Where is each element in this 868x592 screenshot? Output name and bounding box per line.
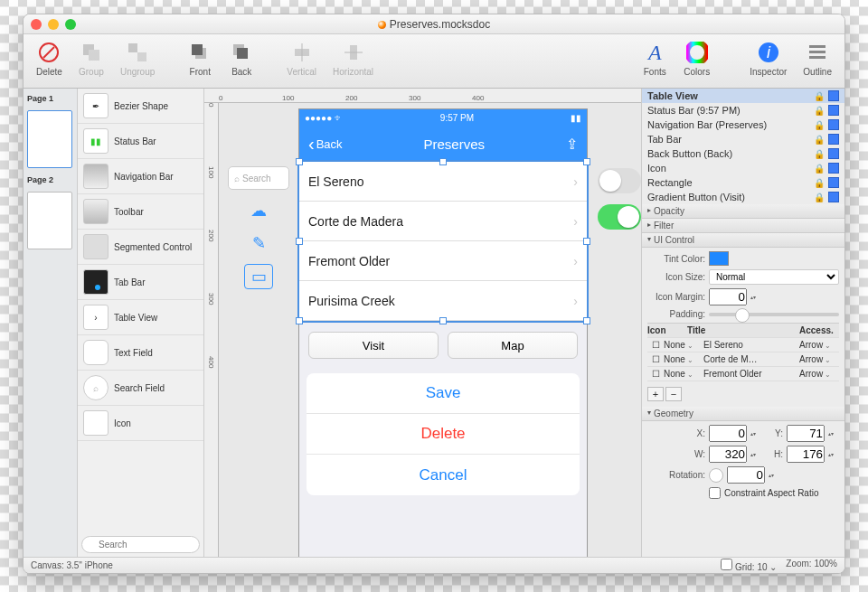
visibility-checkbox[interactable] bbox=[828, 119, 839, 130]
table-row[interactable]: ☐NoneCorte de M…Arrow bbox=[647, 352, 839, 367]
canvas[interactable]: ⌕Search ☁ ✎ ▭ ●●●●● ᯤ 9:57 PM ▮▮ ‹Back P… bbox=[219, 103, 641, 557]
geom-rot-input[interactable] bbox=[727, 466, 765, 484]
outline-item[interactable]: Navigation Bar (Preserves)🔒 bbox=[642, 117, 844, 132]
page-thumb-2[interactable] bbox=[27, 192, 72, 249]
table-row[interactable]: ☐NoneFremont OlderArrow bbox=[647, 367, 839, 381]
add-button[interactable]: + bbox=[647, 387, 664, 401]
palette-item-tabbar[interactable]: Tab Bar bbox=[78, 265, 203, 300]
palette-item-navbar[interactable]: Navigation Bar bbox=[78, 159, 203, 194]
share-icon[interactable]: ⇪ bbox=[566, 136, 578, 153]
svg-rect-5 bbox=[137, 52, 146, 61]
section-opacity[interactable]: Opacity bbox=[642, 204, 844, 219]
map-button[interactable]: Map bbox=[448, 332, 578, 359]
device-mockup[interactable]: ●●●●● ᯤ 9:57 PM ▮▮ ‹Back Preserves ⇪ El … bbox=[298, 108, 588, 557]
palette-item-tableview[interactable]: ›Table View bbox=[78, 300, 203, 335]
fonts-button[interactable]: AFonts bbox=[637, 38, 673, 88]
visibility-checkbox[interactable] bbox=[828, 148, 839, 159]
ungroup-button[interactable]: Ungroup bbox=[115, 38, 160, 88]
section-filter[interactable]: Filter bbox=[642, 219, 844, 233]
section-ui-control[interactable]: UI Control bbox=[642, 233, 844, 248]
mock-table-view[interactable]: El Sereno› Corte de Madera› Fremont Olde… bbox=[299, 162, 587, 321]
stepper[interactable]: ▴▾ bbox=[750, 290, 761, 305]
align-vertical-button[interactable]: Vertical bbox=[281, 38, 322, 88]
stepper[interactable]: ▴▾ bbox=[828, 447, 839, 462]
outline-item[interactable]: Tab Bar🔒 bbox=[642, 132, 844, 146]
outline-item[interactable]: Icon🔒 bbox=[642, 161, 844, 175]
compose-icon[interactable]: ✎ bbox=[247, 231, 270, 255]
palette-item-icon[interactable]: Icon bbox=[78, 406, 203, 441]
table-row[interactable]: El Sereno› bbox=[299, 162, 587, 202]
align-horizontal-button[interactable]: Horizontal bbox=[327, 38, 379, 88]
palette-item-toolbar[interactable]: Toolbar bbox=[78, 194, 203, 230]
visibility-checkbox[interactable] bbox=[828, 192, 839, 202]
geom-x-input[interactable] bbox=[709, 425, 747, 442]
table-row[interactable]: ☐NoneEl SerenoArrow bbox=[647, 338, 839, 352]
toggle-on[interactable] bbox=[598, 204, 641, 230]
visibility-checkbox[interactable] bbox=[828, 177, 839, 188]
search-icon: ⌕ bbox=[83, 375, 108, 400]
mock-navbar: ‹Back Preserves ⇪ bbox=[299, 126, 587, 162]
lock-icon[interactable]: 🔒 bbox=[814, 135, 825, 145]
geom-w-input[interactable] bbox=[709, 446, 747, 463]
lock-icon[interactable]: 🔒 bbox=[814, 106, 825, 116]
outline-item[interactable]: Back Button (Back)🔒 bbox=[642, 146, 844, 161]
outline-item[interactable]: Rectangle🔒 bbox=[642, 175, 844, 190]
mock-back-button[interactable]: ‹Back bbox=[308, 134, 343, 155]
palette-search-input[interactable] bbox=[81, 536, 200, 553]
sheet-save-button[interactable]: Save bbox=[307, 373, 580, 414]
colors-button[interactable]: Colors bbox=[678, 38, 715, 88]
visibility-checkbox[interactable] bbox=[828, 105, 839, 116]
stepper[interactable]: ▴▾ bbox=[828, 427, 839, 441]
outline-item[interactable]: Table View🔒 bbox=[642, 89, 844, 103]
back-button[interactable]: Back bbox=[223, 38, 259, 88]
section-geometry[interactable]: Geometry bbox=[642, 407, 844, 421]
iconsize-select[interactable]: Normal bbox=[709, 269, 839, 285]
page-thumb-1[interactable] bbox=[27, 110, 72, 168]
grid-toggle[interactable]: Grid: 10 ⌄ bbox=[721, 559, 777, 572]
lock-icon[interactable]: 🔒 bbox=[814, 193, 825, 202]
svg-rect-9 bbox=[237, 48, 248, 59]
stepper[interactable]: ▴▾ bbox=[750, 427, 761, 441]
delete-button[interactable]: Delete bbox=[31, 38, 68, 88]
archive-icon[interactable]: ▭ bbox=[244, 264, 273, 289]
table-row[interactable]: Purisima Creek› bbox=[299, 281, 587, 321]
sheet-delete-button[interactable]: Delete bbox=[307, 414, 580, 455]
palette-item-statusbar[interactable]: ▮▮Status Bar bbox=[78, 124, 203, 159]
palette-item-searchfield[interactable]: ⌕Search Field bbox=[78, 371, 203, 406]
geom-h-input[interactable] bbox=[787, 446, 825, 463]
tint-swatch[interactable] bbox=[709, 251, 729, 266]
palette-item-bezier[interactable]: ✒︎Bezier Shape bbox=[78, 89, 203, 124]
remove-button[interactable]: − bbox=[665, 387, 682, 401]
palette-item-segmented[interactable]: Segmented Control bbox=[78, 230, 203, 265]
palette-item-textfield[interactable]: Text Field bbox=[78, 335, 203, 371]
zoom-control[interactable]: Zoom: 100% bbox=[786, 559, 837, 572]
iconmargin-input[interactable] bbox=[709, 288, 747, 305]
lock-icon[interactable]: 🔒 bbox=[814, 91, 825, 101]
outline-item[interactable]: Gradient Button (Visit)🔒 bbox=[642, 190, 844, 204]
toggle-off[interactable] bbox=[598, 168, 641, 193]
group-button[interactable]: Group bbox=[73, 38, 109, 88]
visibility-checkbox[interactable] bbox=[828, 90, 839, 101]
visibility-checkbox[interactable] bbox=[828, 163, 839, 174]
mock-search-field[interactable]: ⌕Search bbox=[228, 166, 289, 190]
lock-icon[interactable]: 🔒 bbox=[814, 164, 825, 174]
aspect-ratio-checkbox[interactable] bbox=[709, 487, 721, 499]
lock-icon[interactable]: 🔒 bbox=[814, 149, 825, 159]
sheet-cancel-button[interactable]: Cancel bbox=[307, 455, 580, 495]
outline-button[interactable]: Outline bbox=[797, 38, 837, 88]
geom-y-input[interactable] bbox=[787, 425, 825, 442]
padding-slider[interactable] bbox=[709, 313, 839, 316]
table-row[interactable]: Fremont Older› bbox=[299, 241, 587, 281]
cloud-icon[interactable]: ☁ bbox=[247, 199, 270, 222]
visibility-checkbox[interactable] bbox=[828, 134, 839, 145]
lock-icon[interactable]: 🔒 bbox=[814, 120, 825, 130]
inspector-button[interactable]: iInspector bbox=[744, 38, 792, 88]
outline-item[interactable]: Status Bar (9:57 PM)🔒 bbox=[642, 103, 844, 117]
visit-button[interactable]: Visit bbox=[308, 332, 439, 359]
lock-icon[interactable]: 🔒 bbox=[814, 178, 825, 188]
front-button[interactable]: Front bbox=[182, 38, 218, 88]
rotation-dial[interactable] bbox=[709, 468, 723, 483]
stepper[interactable]: ▴▾ bbox=[769, 468, 779, 483]
stepper[interactable]: ▴▾ bbox=[750, 447, 761, 462]
table-row[interactable]: Corte de Madera› bbox=[299, 202, 587, 241]
